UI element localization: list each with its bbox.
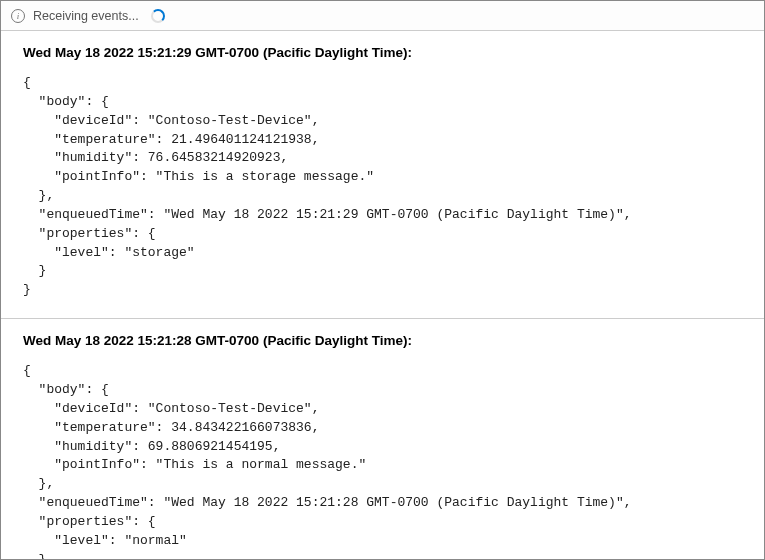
events-scroll-area[interactable]: Wed May 18 2022 15:21:29 GMT-0700 (Pacif…: [1, 31, 764, 559]
status-text: Receiving events...: [33, 9, 139, 23]
event-timestamp-header: Wed May 18 2022 15:21:28 GMT-0700 (Pacif…: [23, 333, 742, 348]
event-timestamp-header: Wed May 18 2022 15:21:29 GMT-0700 (Pacif…: [23, 45, 742, 60]
event-block: Wed May 18 2022 15:21:29 GMT-0700 (Pacif…: [1, 31, 764, 319]
info-icon: i: [11, 9, 25, 23]
event-json-body: { "body": { "deviceId": "Contoso-Test-De…: [23, 74, 742, 300]
event-json-body: { "body": { "deviceId": "Contoso-Test-De…: [23, 362, 742, 559]
status-bar: i Receiving events...: [1, 1, 764, 31]
spinner-icon: [151, 9, 165, 23]
event-block: Wed May 18 2022 15:21:28 GMT-0700 (Pacif…: [1, 319, 764, 559]
